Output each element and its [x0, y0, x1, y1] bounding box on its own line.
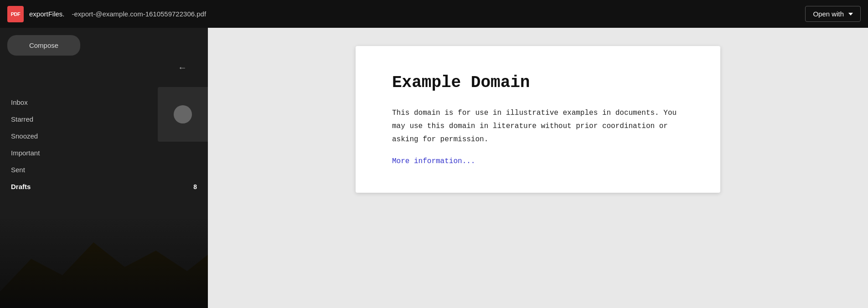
- pdf-viewer: Example Domain This domain is for use in…: [208, 28, 868, 308]
- sidebar-label-important: Important: [11, 149, 40, 157]
- sidebar-item-drafts[interactable]: Drafts 8: [0, 178, 208, 195]
- sidebar-label-starred: Starred: [11, 115, 33, 123]
- email-thumbnail: [158, 87, 208, 142]
- mountain-silhouette: [0, 226, 208, 308]
- chevron-down-icon: [848, 13, 853, 15]
- sidebar-label-sent: Sent: [11, 166, 25, 174]
- sidebar-item-sent[interactable]: Sent: [0, 161, 208, 178]
- pdf-content-card: Example Domain This domain is for use in…: [356, 46, 720, 193]
- sidebar-label-inbox: Inbox: [11, 98, 28, 106]
- pdf-icon-wrap: PDF: [7, 6, 24, 22]
- pdf-more-info-link[interactable]: More information...: [392, 157, 475, 165]
- main-layout: Compose ← Inbox 281 Starred Snoozed Impo…: [0, 28, 868, 308]
- sidebar-item-important[interactable]: Important: [0, 144, 208, 161]
- pdf-body-text: This domain is for use in illustrative e…: [392, 107, 684, 146]
- sidebar-badge-drafts: 8: [193, 183, 197, 190]
- compose-button[interactable]: Compose: [7, 35, 80, 56]
- sidebar: Compose ← Inbox 281 Starred Snoozed Impo…: [0, 28, 208, 308]
- pdf-heading: Example Domain: [392, 73, 684, 92]
- pdf-icon: PDF: [7, 6, 24, 22]
- back-button[interactable]: ←: [178, 62, 187, 73]
- open-with-label: Open with: [813, 10, 844, 18]
- filename: -export-@example.com-1610559722306.pdf: [72, 10, 806, 18]
- app-name: exportFiles.: [29, 10, 65, 18]
- avatar: [174, 105, 192, 123]
- sidebar-background-image: [0, 217, 208, 308]
- sidebar-label-drafts: Drafts: [11, 183, 31, 190]
- sidebar-label-snoozed: Snoozed: [11, 132, 38, 140]
- top-bar: PDF exportFiles. -export-@example.com-16…: [0, 0, 868, 28]
- open-with-button[interactable]: Open with: [805, 6, 861, 22]
